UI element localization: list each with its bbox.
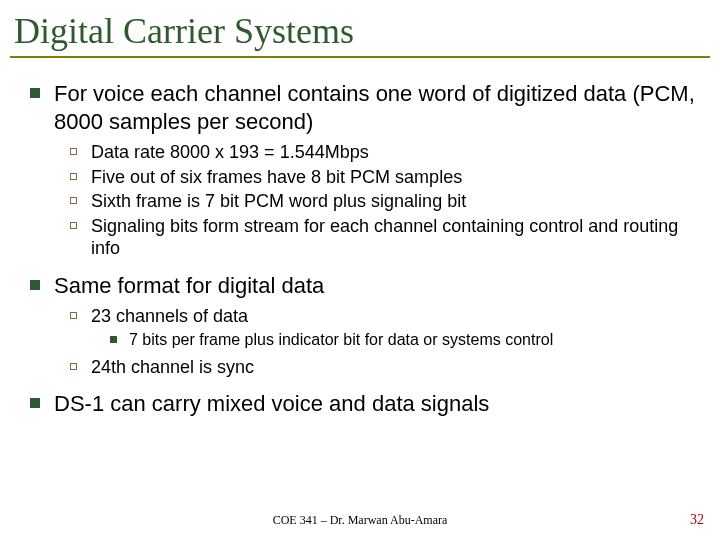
hollow-square-icon (70, 148, 77, 155)
bullet-level2-group: Data rate 8000 x 193 = 1.544Mbps Five ou… (70, 141, 696, 260)
slide: Digital Carrier Systems For voice each c… (0, 0, 720, 540)
square-bullet-icon (30, 398, 40, 408)
hollow-square-icon (70, 197, 77, 204)
bullet-level2: Data rate 8000 x 193 = 1.544Mbps (70, 141, 696, 164)
bullet-level2: Signaling bits form stream for each chan… (70, 215, 696, 260)
bullet-text: Data rate 8000 x 193 = 1.544Mbps (91, 141, 369, 164)
title-underline (10, 56, 710, 58)
small-square-icon (110, 336, 117, 343)
bullet-text: Five out of six frames have 8 bit PCM sa… (91, 166, 462, 189)
hollow-square-icon (70, 363, 77, 370)
bullet-level1: For voice each channel contains one word… (30, 80, 696, 135)
hollow-square-icon (70, 173, 77, 180)
bullet-text: 23 channels of data (91, 305, 248, 328)
bullet-text: Same format for digital data (54, 272, 324, 300)
bullet-level2: 24th channel is sync (70, 356, 696, 379)
hollow-square-icon (70, 222, 77, 229)
slide-content: For voice each channel contains one word… (10, 58, 710, 418)
bullet-text: Signaling bits form stream for each chan… (91, 215, 696, 260)
bullet-level2-group: 23 channels of data 7 bits per frame plu… (70, 305, 696, 378)
bullet-level2: Sixth frame is 7 bit PCM word plus signa… (70, 190, 696, 213)
bullet-level1: Same format for digital data (30, 272, 696, 300)
bullet-level3-group: 7 bits per frame plus indicator bit for … (110, 330, 696, 350)
bullet-level2: 23 channels of data (70, 305, 696, 328)
bullet-text: Sixth frame is 7 bit PCM word plus signa… (91, 190, 466, 213)
square-bullet-icon (30, 280, 40, 290)
bullet-level2: Five out of six frames have 8 bit PCM sa… (70, 166, 696, 189)
bullet-text: DS-1 can carry mixed voice and data sign… (54, 390, 489, 418)
hollow-square-icon (70, 312, 77, 319)
bullet-text: For voice each channel contains one word… (54, 80, 696, 135)
slide-title: Digital Carrier Systems (10, 8, 710, 58)
page-number: 32 (690, 512, 704, 528)
bullet-text: 7 bits per frame plus indicator bit for … (129, 330, 553, 350)
footer-text: COE 341 – Dr. Marwan Abu-Amara (0, 513, 720, 528)
bullet-level1: DS-1 can carry mixed voice and data sign… (30, 390, 696, 418)
bullet-text: 24th channel is sync (91, 356, 254, 379)
square-bullet-icon (30, 88, 40, 98)
bullet-level3: 7 bits per frame plus indicator bit for … (110, 330, 696, 350)
